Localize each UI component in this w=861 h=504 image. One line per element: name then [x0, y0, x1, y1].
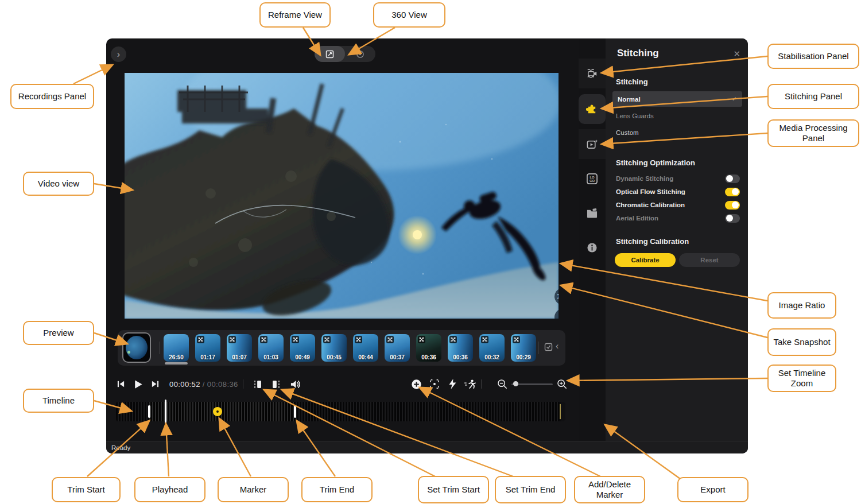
recordings-panel-toggle-button[interactable]: ›: [111, 46, 126, 62]
set-trim-start-button[interactable]: [251, 374, 265, 394]
thumbnail-toolbar-divider: [538, 342, 539, 354]
callout-set-timeline-zoom: Set Timeline Zoom: [767, 365, 836, 392]
optical-flow-toggle[interactable]: [725, 188, 740, 196]
clip-thumbnail[interactable]: 00:45: [321, 334, 347, 362]
timecode: 00:00:52 / 00:08:36: [169, 374, 238, 394]
collapse-thumbnails-icon[interactable]: ‹: [556, 341, 559, 351]
set-trim-end-button[interactable]: [269, 374, 283, 394]
skip-forward-button[interactable]: [149, 374, 161, 394]
panel-title: Stitching: [617, 48, 659, 59]
thumbnail-scrollbar[interactable]: [165, 362, 188, 365]
clip-thumbnail[interactable]: 26:50: [164, 334, 189, 362]
files-folder-icon: [586, 208, 598, 219]
drone-badge-icon: [513, 336, 520, 343]
volume-button[interactable]: [288, 374, 302, 394]
info-icon: [587, 242, 598, 253]
tab-media-processing[interactable]: [579, 129, 606, 159]
preview-thumbnail-bar: 26:50 01:17 01:07 01:03 00:49 00:45 00:4…: [118, 330, 565, 366]
clip-thumbnail[interactable]: 00:29: [511, 334, 536, 362]
runner-icon: [464, 379, 476, 389]
clip-thumbnail[interactable]: 00:36: [448, 334, 473, 362]
trim-end-handle[interactable]: [294, 405, 296, 418]
skip-forward-icon: [150, 379, 160, 389]
drone-badge-icon: [418, 336, 425, 343]
timeline-zoom-slider[interactable]: [510, 374, 554, 394]
diver-light-dot: [127, 351, 130, 354]
play-button[interactable]: [130, 374, 145, 394]
volume-icon: [290, 379, 301, 389]
chevron-right-icon: ›: [117, 50, 120, 59]
view-360-button[interactable]: [345, 46, 375, 62]
stabilisation-icon: [587, 68, 598, 79]
tab-logo[interactable]: LO GO: [579, 164, 606, 193]
tab-stitching[interactable]: [579, 94, 606, 124]
play-icon: [133, 379, 144, 390]
tab-info[interactable]: [579, 232, 606, 262]
status-bar: Ready: [106, 441, 748, 453]
reframe-view-button[interactable]: [315, 46, 345, 62]
callout-stabilisation-panel: Stabilisation Panel: [767, 44, 859, 69]
stitch-option-custom[interactable]: Custom: [616, 129, 639, 136]
total-time: / 00:08:36: [203, 380, 238, 389]
close-panel-button[interactable]: ✕: [733, 49, 740, 59]
callout-preview: Preview: [23, 321, 94, 345]
timeline-strip[interactable]: [116, 402, 565, 421]
callout-marker: Marker: [218, 477, 289, 502]
clip-duration: 01:07: [227, 354, 252, 360]
clip-duration: 00:29: [511, 354, 536, 360]
calibrate-button[interactable]: Calibrate: [615, 253, 676, 267]
chromatic-calibration-toggle[interactable]: [725, 201, 740, 210]
clip-duration: 00:45: [321, 354, 347, 360]
reframe-icon: [325, 50, 334, 59]
stitch-option-lens-guards[interactable]: Lens Guards: [616, 113, 654, 119]
video-view[interactable]: 16:9: [125, 73, 559, 319]
deep-track-button[interactable]: [428, 374, 441, 394]
add-delete-marker-button[interactable]: [410, 374, 422, 394]
callout-trim-start: Trim Start: [52, 477, 121, 502]
aerial-edition-toggle[interactable]: [725, 214, 740, 223]
playhead[interactable]: [165, 400, 166, 424]
timeline-marker[interactable]: [213, 407, 222, 416]
clip-duration: 00:36: [416, 354, 441, 360]
skip-back-button[interactable]: [114, 374, 127, 394]
tab-files[interactable]: [579, 198, 606, 228]
timeline-zoom-in-button[interactable]: [555, 374, 569, 394]
dynamic-stitching-toggle[interactable]: [725, 175, 740, 183]
selected-preview-thumbnail[interactable]: [122, 332, 151, 363]
flash-effect-button[interactable]: [447, 374, 458, 394]
tab-stabilisation[interactable]: [579, 59, 606, 88]
check-icon: ✓: [732, 95, 737, 103]
controls-divider: [243, 374, 243, 394]
playback-controls: 00:00:52 / 00:08:36: [106, 374, 579, 394]
app-window: ›: [106, 38, 748, 453]
callout-recordings-panel: Recordings Panel: [10, 84, 94, 109]
zoom-in-icon: [557, 379, 567, 389]
eye-360-icon: [356, 50, 364, 59]
trim-end-icon: [271, 379, 281, 389]
select-clips-icon[interactable]: [544, 343, 553, 351]
stitching-icon: [586, 103, 598, 115]
clip-duration: 00:44: [353, 354, 378, 360]
drone-badge-icon: [260, 336, 267, 343]
stitching-panel: Stitching ✕ Stitching Normal ✓ Lens Guar…: [606, 38, 748, 441]
toggle-row-chromatic-calibration: Chromatic Calibration: [616, 200, 740, 210]
clip-thumbnail[interactable]: 01:03: [258, 334, 284, 362]
current-time: 00:00:52: [169, 380, 200, 389]
callout-video-view: Video view: [23, 172, 94, 196]
trim-start-handle[interactable]: [148, 405, 150, 418]
clip-thumbnail[interactable]: 00:32: [479, 334, 505, 362]
toggle-row-dynamic-stitching: Dynamic Stitching: [616, 174, 740, 183]
callout-set-trim-end: Set Trim End: [495, 476, 566, 503]
clip-thumbnail[interactable]: 00:37: [385, 334, 410, 362]
stitch-option-normal[interactable]: Normal ✓: [612, 91, 742, 107]
motion-speed-button[interactable]: [462, 374, 478, 394]
clip-thumbnail[interactable]: 01:17: [195, 334, 220, 362]
ratio-label: 16:9: [557, 293, 559, 300]
clip-thumbnail[interactable]: 00:36: [416, 334, 441, 362]
clip-thumbnail[interactable]: 00:44: [353, 334, 378, 362]
reset-button[interactable]: Reset: [679, 253, 740, 267]
clip-thumbnail[interactable]: 00:49: [290, 334, 315, 362]
timeline-zoom-out-button[interactable]: [495, 374, 509, 394]
zoom-slider-knob[interactable]: [513, 381, 518, 386]
clip-thumbnail[interactable]: 01:07: [227, 334, 252, 362]
